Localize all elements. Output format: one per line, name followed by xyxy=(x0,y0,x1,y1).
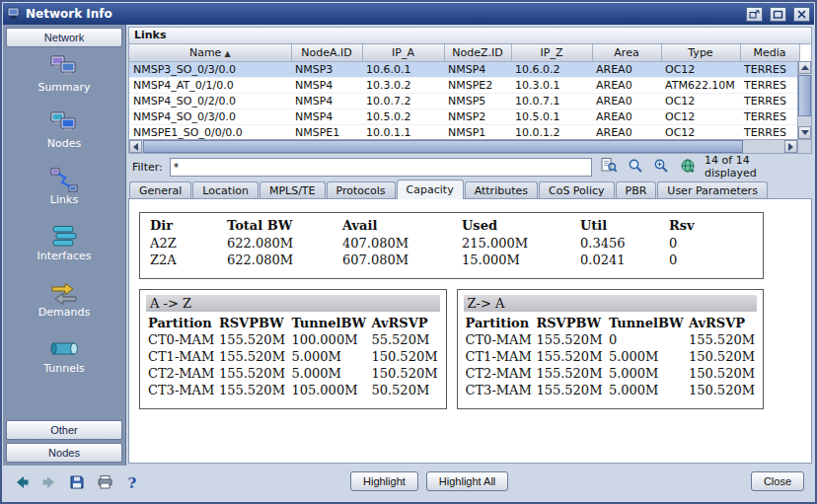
table-cell: 150.520M xyxy=(687,365,757,382)
column-header-ip-z[interactable]: IP_Z xyxy=(511,44,592,61)
column-header-media[interactable]: Media xyxy=(740,44,799,61)
table-cell: 10.3.0.1 xyxy=(511,77,592,93)
tab-cos-policy[interactable]: CoS Policy xyxy=(539,181,615,199)
table-row[interactable]: NMSP4_AT_0/1/0.0NMSP410.3.0.2NMSPE210.3.… xyxy=(129,77,799,93)
network-button[interactable]: Network xyxy=(6,28,122,47)
tab-user-parameters[interactable]: User Parameters xyxy=(657,181,768,199)
sidebar-item-interfaces[interactable]: Interfaces xyxy=(6,220,122,276)
tab-capacity[interactable]: Capacity xyxy=(397,180,464,199)
save-button[interactable] xyxy=(66,473,88,493)
table-cell: 10.0.7.2 xyxy=(362,93,444,108)
links-panel-title: Links xyxy=(128,27,812,44)
table-cell: 105.000M xyxy=(289,382,369,398)
close-button[interactable]: Close xyxy=(751,471,804,491)
advanced-search-button[interactable] xyxy=(599,158,619,176)
table-row: CT3-MAM155.520M105.000M50.520M xyxy=(146,382,440,398)
sidebar-item-links[interactable]: Links xyxy=(6,164,122,220)
table-cell: 0 xyxy=(659,252,763,268)
column-header-ip-a[interactable]: IP_A xyxy=(362,44,444,61)
zoom-in-button[interactable] xyxy=(651,158,671,176)
table-cell: CT0-MAM xyxy=(146,331,217,348)
column-header-avail: Avail xyxy=(333,216,452,235)
filter-input[interactable] xyxy=(170,158,592,177)
maximize-button[interactable] xyxy=(770,7,786,22)
links-table-body: NMSP3_SO_0/3/0.0NMSP310.6.0.1NMSP410.6.0… xyxy=(129,61,799,140)
table-row[interactable]: NMSP4_SO_0/3/0.0NMSP410.5.0.2NMSP210.5.0… xyxy=(129,108,799,124)
float-icon xyxy=(749,10,760,19)
forward-button[interactable] xyxy=(38,473,60,493)
filter-bar: Filter: 14 of 14 displayed xyxy=(128,154,812,180)
links-table-area: Name▲ NodeA.ID IP_A NodeZ.ID IP_Z Area T… xyxy=(128,44,812,154)
table-cell: 215.000M xyxy=(452,235,570,252)
window-title: Network Info xyxy=(26,7,112,21)
table-cell: NMSP4 xyxy=(291,77,362,93)
table-cell: NMSPE2 xyxy=(444,77,511,93)
table-cell: 155.520M xyxy=(687,331,757,348)
nodes-button[interactable]: Nodes xyxy=(6,443,122,463)
column-header-tunnelbw: TunnelBW xyxy=(289,314,369,331)
titlebar[interactable]: Network Info xyxy=(3,3,814,25)
table-row[interactable]: NMSP3_SO_0/3/0.0NMSP310.6.0.1NMSP410.6.0… xyxy=(129,61,799,77)
table-row: CT0-MAM155.520M0155.520M xyxy=(464,331,758,348)
help-button[interactable]: ? xyxy=(121,473,143,493)
tab-location[interactable]: Location xyxy=(192,181,259,199)
table-cell: NMSP2 xyxy=(444,108,511,124)
table-cell: CT0-MAM xyxy=(464,331,535,348)
column-header-type[interactable]: Type xyxy=(661,44,740,61)
table-row[interactable]: NMSP4_SO_0/2/0.0NMSP410.0.7.2NMSP510.0.7… xyxy=(129,93,799,108)
table-row[interactable]: NMSPE1_SO_0/0/0.0NMSPE110.0.1.1NMSP110.0… xyxy=(129,124,799,140)
vertical-scrollbar[interactable] xyxy=(797,61,811,139)
table-cell: OC12 xyxy=(661,93,740,108)
float-button[interactable] xyxy=(746,7,763,22)
highlight-button[interactable]: Highlight xyxy=(350,471,418,491)
globe-icon xyxy=(680,158,696,177)
other-button[interactable]: Other xyxy=(6,420,122,440)
table-cell: NMSP1 xyxy=(444,124,511,140)
tab-pbr[interactable]: PBR xyxy=(616,181,657,199)
column-header-total-bw: Total BW xyxy=(217,216,333,235)
horizontal-scroll-thumb[interactable] xyxy=(143,140,743,153)
sidebar-item-nodes[interactable]: Nodes xyxy=(6,108,122,164)
back-button[interactable] xyxy=(11,473,33,493)
sidebar-item-tunnels[interactable]: Tunnels xyxy=(6,332,122,389)
table-row: CT1-MAM155.520M5.000M150.520M xyxy=(146,348,440,365)
titlebar-close-button[interactable] xyxy=(793,7,810,22)
print-icon xyxy=(97,474,113,493)
scroll-up-button[interactable] xyxy=(798,61,811,74)
column-header-name[interactable]: Name▲ xyxy=(129,44,291,61)
table-cell: NMSPE1_SO_0/0/0.0 xyxy=(129,124,291,140)
horizontal-scrollbar[interactable] xyxy=(129,139,797,153)
table-cell: TERRES xyxy=(740,61,799,77)
sidebar-item-label: Summary xyxy=(6,81,122,94)
column-header-nodez-id[interactable]: NodeZ.ID xyxy=(444,44,511,61)
vertical-scroll-thumb[interactable] xyxy=(798,75,811,116)
table-cell: CT2-MAM xyxy=(146,365,217,382)
globe-button[interactable] xyxy=(678,158,698,176)
table-cell: 10.0.1.1 xyxy=(362,124,444,140)
tab-general[interactable]: General xyxy=(129,181,191,199)
links-icon xyxy=(6,164,122,193)
sidebar-item-summary[interactable]: Summary xyxy=(6,51,122,108)
table-cell: NMSPE1 xyxy=(291,124,362,140)
scroll-right-button[interactable] xyxy=(784,140,797,153)
help-icon: ? xyxy=(128,474,137,492)
highlight-all-button[interactable]: Highlight All xyxy=(426,471,508,491)
column-header-nodea-id[interactable]: NodeA.ID xyxy=(291,44,362,61)
table-cell: 155.520M xyxy=(534,365,607,382)
table-cell: CT1-MAM xyxy=(146,348,217,365)
sidebar-item-demands[interactable]: Demands xyxy=(6,276,122,332)
table-cell: ATM622.10M xyxy=(661,77,740,93)
table-cell: TERRES xyxy=(740,77,799,93)
scroll-down-button[interactable] xyxy=(798,126,811,139)
tab-attributes[interactable]: Attributes xyxy=(465,181,538,199)
print-button[interactable] xyxy=(94,473,115,493)
capacity-summary-body: A2Z622.080M407.080M215.000M0.34560Z2A622… xyxy=(140,235,763,268)
column-header-area[interactable]: Area xyxy=(592,44,661,61)
scroll-left-button[interactable] xyxy=(129,140,142,153)
search-button[interactable] xyxy=(626,158,645,176)
app-icon xyxy=(7,6,21,23)
nodes-icon xyxy=(6,108,122,137)
tab-mpls-te[interactable]: MPLS/TE xyxy=(260,181,326,199)
interfaces-icon xyxy=(6,220,122,250)
tab-protocols[interactable]: Protocols xyxy=(327,181,396,199)
